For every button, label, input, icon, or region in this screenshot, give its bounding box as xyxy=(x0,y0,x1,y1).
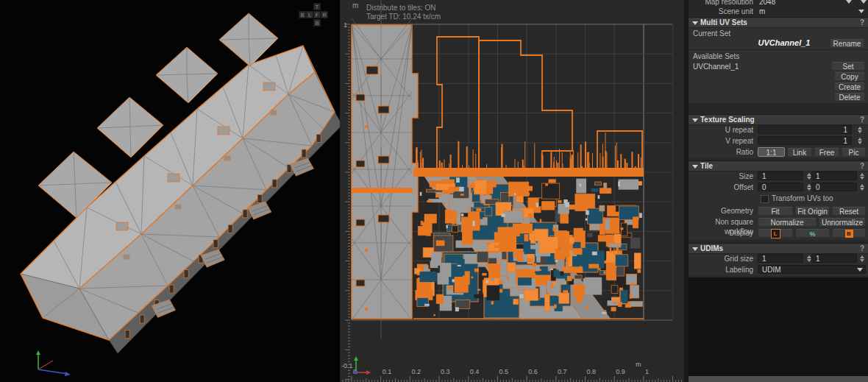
grid-size-v-field[interactable]: 1 xyxy=(811,254,857,263)
svg-text:0.5: 0.5 xyxy=(499,368,509,375)
viewport-3d[interactable]: T B L F R B xyxy=(0,0,340,382)
svg-text:0.4: 0.4 xyxy=(470,368,480,375)
ratio-free-button[interactable]: Free xyxy=(814,147,839,157)
transform-uvs-checkbox[interactable] xyxy=(761,195,769,203)
grid-size-v-spinner[interactable] xyxy=(858,254,867,263)
help-icon[interactable]: ? xyxy=(860,18,864,27)
map-resolution-extra-chevron-icon[interactable] xyxy=(861,0,867,4)
tile-header[interactable]: Tile ? xyxy=(689,160,868,171)
tile-size-u-field[interactable]: 1 xyxy=(758,171,803,180)
tile-size-label: Size xyxy=(689,171,753,181)
uv-toolkit-panel: Map resolution 2048 Scene unit m Multi U… xyxy=(689,0,868,382)
grid-size-row: Grid size 1 1 xyxy=(689,254,868,263)
v-repeat-label: V repeat xyxy=(689,136,753,146)
uv-editor-panel[interactable]: 00.10.20.30.40.50.60.70.80.91m-0.11 m Di… xyxy=(340,0,684,382)
fit-button[interactable]: Fit xyxy=(758,206,793,216)
help-icon[interactable]: ? xyxy=(860,161,864,171)
panel-bottom-scrollbar[interactable] xyxy=(689,376,868,382)
svg-text:0.6: 0.6 xyxy=(528,368,538,375)
unnormalize-button[interactable]: Unnormalize xyxy=(819,217,866,227)
normalize-button[interactable]: Normalize xyxy=(758,217,817,227)
current-set-row: Current Set xyxy=(689,29,868,38)
display-percent-button[interactable]: % xyxy=(795,228,830,238)
ratio-pic-button[interactable]: Pic xyxy=(842,147,866,157)
v-repeat-field[interactable]: 1 xyxy=(758,136,852,145)
u-repeat-spinner[interactable] xyxy=(855,125,864,135)
svg-text:0.2: 0.2 xyxy=(411,368,421,375)
compass-back-button[interactable]: B xyxy=(299,11,306,18)
udims-header[interactable]: UDIMs ? xyxy=(689,243,868,254)
uv-canvas[interactable]: 00.10.20.30.40.50.60.70.80.91m-0.11 xyxy=(340,0,684,382)
axis-gizmo-3d xyxy=(22,347,103,381)
uv-unit-top-label: m xyxy=(352,1,358,10)
tile-offset-v-field[interactable]: 0 xyxy=(811,183,857,191)
tile-size-v-field[interactable]: 1 xyxy=(811,171,857,180)
display-baked-button[interactable]: B xyxy=(832,228,866,238)
udims-title: UDIMs xyxy=(700,244,723,253)
tile-size-row: Size 1 1 xyxy=(689,171,868,181)
map-resolution-chevron-icon[interactable] xyxy=(846,0,852,4)
svg-text:0.9: 0.9 xyxy=(616,368,625,375)
available-sets-row: Available Sets xyxy=(689,52,868,61)
svg-text:1: 1 xyxy=(645,368,649,375)
help-icon[interactable]: ? xyxy=(860,244,864,253)
svg-text:0.3: 0.3 xyxy=(441,368,450,375)
delete-button[interactable]: Delete xyxy=(834,92,865,102)
svg-text:0.8: 0.8 xyxy=(587,368,597,375)
scene-unit-value[interactable]: m xyxy=(759,7,765,16)
multi-uv-sets-header[interactable]: Multi UV Sets ? xyxy=(689,17,868,28)
texture-scaling-title: Texture Scaling xyxy=(700,115,755,124)
tile-offset-label: Offset xyxy=(689,183,753,192)
collapse-icon xyxy=(692,119,698,122)
create-button[interactable]: Create xyxy=(834,82,865,91)
tile-offset-v-spinner[interactable] xyxy=(858,183,867,192)
compass-bottom-button[interactable]: B xyxy=(313,19,321,26)
ratio-label: Ratio xyxy=(689,147,753,157)
scene-unit-chevron-icon[interactable] xyxy=(858,10,864,13)
building-model-3d xyxy=(0,0,340,382)
labeling-chevron-icon xyxy=(857,268,863,272)
nonsquare-row: Non square workflow Normalize Unnormaliz… xyxy=(689,217,868,227)
grid-size-label: Grid size xyxy=(689,254,753,263)
u-repeat-row: U repeat 1 xyxy=(689,125,868,135)
ratio-1-1-button[interactable]: 1:1 xyxy=(758,147,785,157)
map-resolution-row: Map resolution 2048 xyxy=(689,0,868,7)
labeling-row: Labeling UDIM xyxy=(689,265,868,275)
help-icon[interactable]: ? xyxy=(860,115,864,124)
display-row: Display L % B xyxy=(689,228,868,238)
current-set-value-row: UVChannel_1 Rename xyxy=(689,38,868,48)
svg-text:0.7: 0.7 xyxy=(558,368,567,375)
separator xyxy=(689,49,868,50)
map-resolution-value[interactable]: 2048 xyxy=(759,0,775,7)
texture-scaling-header[interactable]: Texture Scaling ? xyxy=(689,114,868,125)
v-repeat-row: V repeat 1 xyxy=(689,136,868,146)
grid-size-u-field[interactable]: 1 xyxy=(758,254,803,263)
multi-uv-sets-title: Multi UV Sets xyxy=(700,18,747,27)
display-local-button[interactable]: L xyxy=(758,228,793,238)
compass-left-button[interactable]: L xyxy=(306,11,313,18)
reset-button[interactable]: Reset xyxy=(832,206,866,216)
available-sets-label: Available Sets xyxy=(693,52,739,61)
tile-size-v-spinner[interactable] xyxy=(858,171,867,181)
collapse-icon xyxy=(692,165,698,169)
uv-overlay-distribute: Distribute to tiles: ON xyxy=(366,4,435,12)
svg-text:0.1: 0.1 xyxy=(383,368,392,375)
copy-button[interactable]: Copy xyxy=(834,71,865,81)
labeling-dropdown[interactable]: UDIM xyxy=(758,265,866,274)
fit-origin-button[interactable]: Fit Origin xyxy=(795,206,830,216)
maya-uv-editing-workspace: T B L F R B 00.10.20.30.40.50.60.70.80.9… xyxy=(0,0,868,382)
ratio-link-button[interactable]: Link xyxy=(787,147,812,157)
display-label: Display xyxy=(689,228,753,238)
collapse-icon xyxy=(692,21,698,25)
compass-right-button[interactable]: R xyxy=(321,11,328,18)
uv-overlay-target-td: Target TD: 10.24 tx/cm xyxy=(366,13,441,21)
tile-offset-u-field[interactable]: 0 xyxy=(758,183,803,191)
v-repeat-spinner[interactable] xyxy=(855,136,864,146)
panel-empty-area xyxy=(689,277,868,382)
collapse-icon xyxy=(692,247,698,251)
compass-top-button[interactable]: T xyxy=(313,3,321,10)
u-repeat-field[interactable]: 1 xyxy=(758,125,852,134)
rename-button[interactable]: Rename xyxy=(830,38,864,48)
compass-front-button[interactable]: F xyxy=(313,11,321,18)
set-current-button[interactable]: Set Current xyxy=(831,61,865,71)
